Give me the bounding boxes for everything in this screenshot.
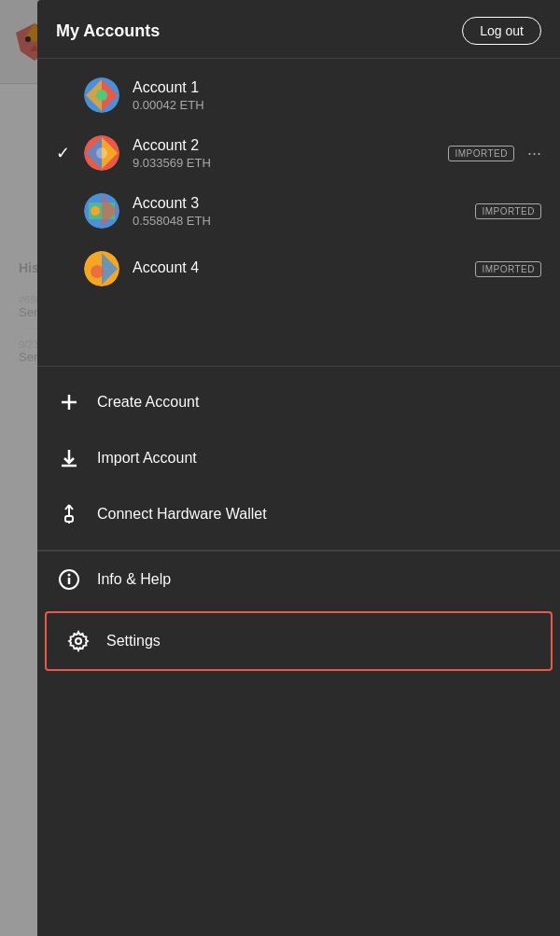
account-name-1: Account 1: [133, 79, 541, 96]
usb-icon: [56, 501, 82, 527]
settings-label: Settings: [106, 633, 161, 650]
account-balance-3: 0.558048 ETH: [133, 214, 462, 228]
panel-title: My Accounts: [56, 21, 160, 41]
account-info-2: Account 2 9.033569 ETH: [133, 137, 435, 170]
account-balance-1: 0.00042 ETH: [133, 98, 541, 112]
selected-check-2: ✓: [56, 143, 71, 163]
account-name-3: Account 3: [133, 195, 462, 212]
create-account-label: Create Account: [97, 394, 199, 411]
svg-rect-22: [65, 516, 73, 522]
account-info-3: Account 3 0.558048 ETH: [133, 195, 462, 228]
import-account-label: Import Account: [97, 450, 197, 467]
svg-point-10: [96, 147, 107, 159]
account-info-4: Account 4: [133, 259, 462, 278]
account-name-4: Account 4: [133, 259, 462, 276]
gear-icon: [65, 628, 91, 654]
import-account-item[interactable]: Import Account: [37, 430, 560, 486]
account-item-1[interactable]: ✓ Account 1 0.00042 ETH: [37, 66, 560, 124]
account-avatar-4: [84, 251, 119, 286]
create-account-item[interactable]: Create Account: [37, 374, 560, 430]
more-options-2[interactable]: ···: [527, 144, 541, 163]
account-item-3[interactable]: ✓ Account 3 0.558048 ETH IMPORTED: [37, 182, 560, 240]
panel-header: My Accounts Log out: [37, 0, 560, 59]
plus-icon: [56, 389, 82, 415]
info-help-item[interactable]: Info & Help: [37, 552, 560, 608]
imported-badge-3: IMPORTED: [475, 203, 541, 219]
svg-point-8: [96, 90, 107, 101]
account-avatar-2: [84, 135, 119, 171]
connect-hardware-item[interactable]: Connect Hardware Wallet: [37, 486, 560, 542]
import-icon: [56, 445, 82, 471]
imported-badge-2: IMPORTED: [448, 146, 514, 161]
info-help-label: Info & Help: [97, 571, 171, 588]
logout-button[interactable]: Log out: [462, 17, 541, 45]
svg-point-12: [91, 206, 100, 216]
account-avatar-1: [84, 77, 119, 113]
info-icon: [56, 566, 82, 593]
account-balance-2: 9.033569 ETH: [133, 156, 435, 170]
account-list: ✓ Account 1 0.00042 ETH ✓: [37, 59, 560, 367]
menu-actions: Create Account Import Account: [37, 367, 560, 551]
accounts-panel: My Accounts Log out ✓ Account 1 0.00042 …: [37, 0, 560, 936]
account-info-1: Account 1 0.00042 ETH: [133, 79, 541, 112]
settings-item[interactable]: Settings: [45, 611, 553, 671]
account-item-2[interactable]: ✓ Account 2 9.033569 ETH IMPORTED ···: [37, 124, 560, 182]
account-avatar-3: [84, 193, 119, 229]
svg-point-27: [76, 638, 81, 644]
imported-badge-4: IMPORTED: [475, 261, 541, 277]
svg-point-26: [68, 574, 71, 577]
svg-point-14: [91, 265, 104, 278]
connect-hardware-label: Connect Hardware Wallet: [97, 506, 267, 523]
account-item-4[interactable]: ✓ Account 4 IMPORTED: [37, 240, 560, 298]
account-name-2: Account 2: [133, 137, 435, 154]
